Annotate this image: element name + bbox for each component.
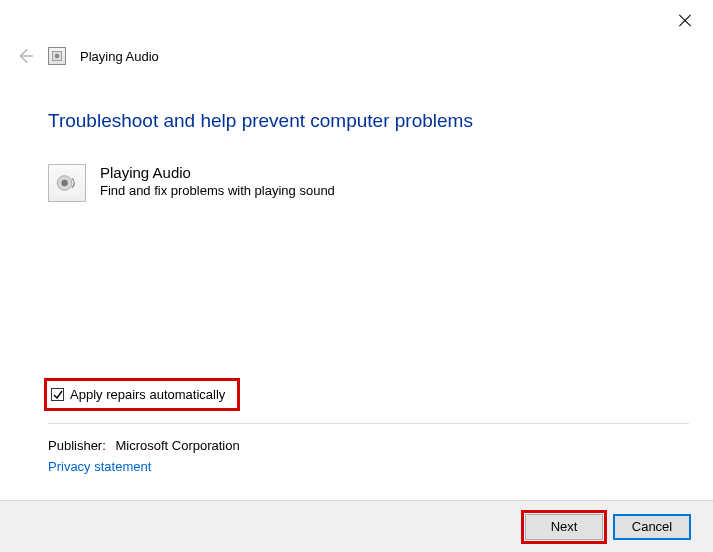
back-arrow-icon[interactable] — [16, 47, 34, 65]
apply-repairs-checkbox[interactable]: Apply repairs automatically — [44, 378, 240, 411]
close-button[interactable] — [677, 12, 693, 28]
footer-bar: Next Cancel — [0, 500, 713, 552]
svg-point-2 — [55, 54, 60, 59]
publisher-label: Publisher: — [48, 438, 106, 453]
troubleshooter-item: Playing Audio Find and fix problems with… — [48, 164, 689, 202]
window-header: Playing Audio — [16, 47, 159, 65]
cancel-button[interactable]: Cancel — [613, 514, 691, 540]
privacy-statement-link[interactable]: Privacy statement — [48, 459, 689, 474]
content-area: Troubleshoot and help prevent computer p… — [48, 110, 689, 202]
troubleshooter-window-icon — [48, 47, 66, 65]
divider — [48, 423, 689, 424]
troubleshooter-text: Playing Audio Find and fix problems with… — [100, 164, 335, 198]
troubleshooter-description: Find and fix problems with playing sound — [100, 183, 335, 198]
publisher-row: Publisher: Microsoft Corporation — [48, 438, 689, 453]
svg-point-5 — [61, 180, 68, 187]
publisher-value: Microsoft Corporation — [115, 438, 239, 453]
checkbox-icon — [51, 388, 64, 401]
apply-repairs-label: Apply repairs automatically — [70, 387, 225, 402]
audio-troubleshooter-icon — [48, 164, 86, 202]
window-title: Playing Audio — [80, 49, 159, 64]
page-heading: Troubleshoot and help prevent computer p… — [48, 110, 689, 132]
troubleshooter-name: Playing Audio — [100, 164, 335, 181]
next-button[interactable]: Next — [525, 514, 603, 540]
lower-block: Apply repairs automatically Publisher: M… — [48, 378, 689, 474]
